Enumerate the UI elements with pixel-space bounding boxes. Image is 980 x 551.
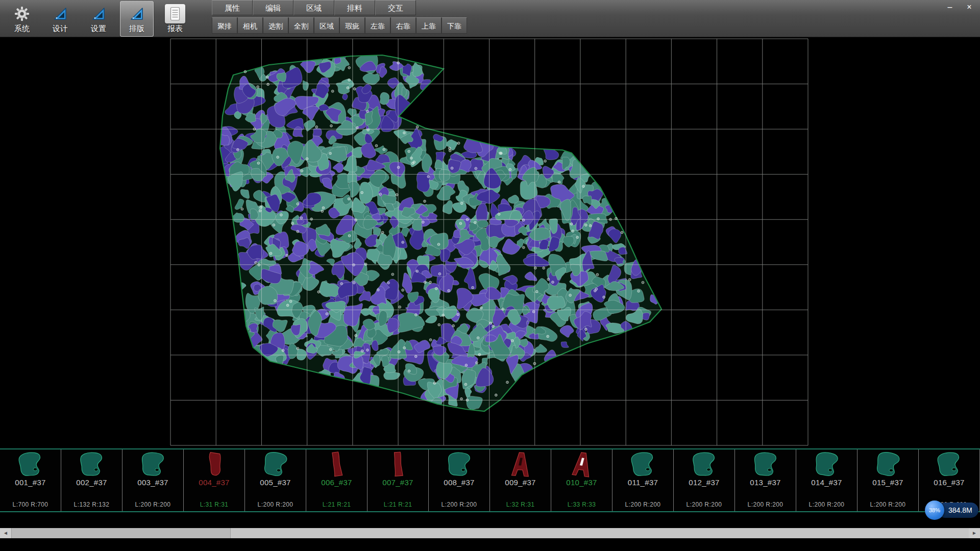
part-thumbnail — [136, 450, 170, 478]
part-stats: L:32 R:31 — [490, 501, 551, 508]
part-stats: L:200 R:200 — [735, 501, 796, 508]
main-button-group: 系统设计设置排版报表 — [0, 0, 197, 37]
main-button-report[interactable]: 报表 — [158, 1, 192, 37]
part-cell-010[interactable]: 010_#37L:33 R:33 — [551, 449, 612, 511]
part-stats: L:200 R:200 — [796, 501, 857, 508]
part-cell-015[interactable]: 015_#37L:200 R:200 — [857, 449, 919, 511]
part-cell-004[interactable]: 004_#37L:31 R:31 — [184, 449, 245, 511]
nesting-canvas[interactable] — [0, 37, 980, 448]
part-cell-008[interactable]: 008_#37L:200 R:200 — [429, 449, 490, 511]
minimize-button[interactable]: – — [944, 2, 955, 12]
part-cell-009[interactable]: 009_#37L:32 R:31 — [490, 449, 551, 511]
part-thumbnail — [14, 450, 47, 478]
part-name: 004_#37 — [184, 478, 244, 487]
part-cell-013[interactable]: 013_#37L:200 R:200 — [735, 449, 796, 511]
part-name: 003_#37 — [122, 478, 183, 487]
part-thumbnail — [504, 450, 537, 478]
system-icon — [12, 4, 32, 23]
close-button[interactable]: × — [964, 2, 975, 12]
part-thumbnail — [871, 450, 905, 478]
part-stats: L:200 R:200 — [674, 501, 734, 508]
progress-circle: 38% — [925, 500, 944, 520]
part-cell-007[interactable]: 007_#37L:21 R:21 — [368, 449, 429, 511]
menu-tab-interaction[interactable]: 交互 — [375, 0, 416, 15]
window-controls: – × — [944, 2, 975, 12]
part-name: 002_#37 — [61, 478, 122, 487]
part-cell-003[interactable]: 003_#37L:200 R:200 — [122, 449, 184, 511]
parts-strip: 001_#37L:700 R:700002_#37L:132 R:132003_… — [0, 448, 980, 512]
part-name: 006_#37 — [306, 478, 367, 487]
part-cell-001[interactable]: 001_#37L:700 R:700 — [0, 449, 61, 511]
part-stats: L:200 R:200 — [122, 501, 183, 508]
main-button-design[interactable]: 设计 — [43, 1, 77, 37]
tool-button-align-bottom[interactable]: 下靠 — [442, 17, 467, 34]
scroll-track[interactable] — [11, 528, 969, 538]
scroll-thumb[interactable] — [11, 528, 231, 538]
part-thumbnail — [381, 450, 415, 478]
part-name: 015_#37 — [857, 478, 918, 487]
scroll-left-button[interactable]: ◄ — [0, 528, 11, 538]
part-name: 009_#37 — [490, 478, 551, 487]
part-cell-002[interactable]: 002_#37L:132 R:132 — [61, 449, 122, 511]
progress-percent: 38% — [929, 507, 940, 513]
part-name: 008_#37 — [429, 478, 489, 487]
menu-tab-nesting[interactable]: 排料 — [334, 0, 375, 15]
design-icon — [50, 4, 70, 23]
tool-button-region[interactable]: 区域 — [314, 17, 339, 34]
part-name: 005_#37 — [245, 478, 306, 487]
part-stats: L:200 R:200 — [612, 501, 673, 508]
part-cell-014[interactable]: 014_#37L:200 R:200 — [796, 449, 857, 511]
part-thumbnail — [749, 450, 782, 478]
part-thumbnail — [626, 450, 660, 478]
part-name: 012_#37 — [674, 478, 734, 487]
scroll-right-button[interactable]: ► — [969, 528, 980, 538]
tool-button-cut-selected[interactable]: 选割 — [263, 17, 288, 34]
main-button-label: 排版 — [129, 24, 144, 34]
main-button-label: 设置 — [91, 24, 106, 34]
tool-button-defect[interactable]: 瑕疵 — [339, 17, 365, 34]
part-stats: L:700 R:700 — [0, 501, 61, 508]
part-stats: L:33 R:33 — [551, 501, 612, 508]
main-button-label: 设计 — [53, 24, 68, 34]
menu-block: 属性编辑区域排料交互 聚排相机选割全割区域瑕疵左靠右靠上靠下靠 — [212, 0, 467, 34]
part-cell-006[interactable]: 006_#37L:21 R:21 — [306, 449, 368, 511]
part-cell-005[interactable]: 005_#37L:200 R:200 — [245, 449, 306, 511]
main-button-layout[interactable]: 排版 — [120, 1, 154, 37]
part-stats: L:132 R:132 — [61, 501, 122, 508]
tool-button-cut-all[interactable]: 全割 — [288, 17, 314, 34]
menu-tab-attributes[interactable]: 属性 — [212, 0, 253, 15]
horizontal-scrollbar[interactable]: ◄ ► — [0, 528, 980, 538]
part-cell-012[interactable]: 012_#37L:200 R:200 — [674, 449, 735, 511]
part-name: 014_#37 — [796, 478, 857, 487]
part-thumbnail — [75, 450, 109, 478]
tool-button-camera[interactable]: 相机 — [237, 17, 263, 34]
part-thumbnail — [320, 450, 354, 478]
main-button-label: 报表 — [167, 24, 183, 34]
part-thumbnail — [259, 450, 292, 478]
part-stats: L:31 R:31 — [184, 501, 244, 508]
part-thumbnail — [443, 450, 476, 478]
tool-button-row: 聚排相机选割全割区域瑕疵左靠右靠上靠下靠 — [212, 17, 467, 34]
tool-button-cluster-nest[interactable]: 聚排 — [212, 17, 237, 34]
report-icon — [165, 4, 185, 23]
layout-icon — [127, 4, 147, 23]
tool-button-align-top[interactable]: 上靠 — [416, 17, 442, 34]
part-name: 001_#37 — [0, 478, 61, 487]
part-thumbnail — [198, 450, 231, 478]
part-cell-011[interactable]: 011_#37L:200 R:200 — [612, 449, 674, 511]
tool-button-align-right[interactable]: 右靠 — [390, 17, 416, 34]
main-button-system[interactable]: 系统 — [5, 1, 39, 37]
progress-badge: 38% 384.8M — [925, 500, 978, 520]
part-name: 007_#37 — [368, 478, 428, 487]
top-toolbar: 系统设计设置排版报表 属性编辑区域排料交互 聚排相机选割全割区域瑕疵左靠右靠上靠… — [0, 0, 980, 37]
menu-tab-region[interactable]: 区域 — [293, 0, 334, 15]
part-name: 010_#37 — [551, 478, 612, 487]
main-button-settings[interactable]: 设置 — [82, 1, 115, 37]
tool-button-align-left[interactable]: 左靠 — [365, 17, 390, 34]
menu-tab-edit[interactable]: 编辑 — [253, 0, 293, 15]
part-name: 016_#37 — [919, 478, 979, 487]
main-button-label: 系统 — [14, 24, 30, 34]
memory-value: 384.8M — [948, 506, 972, 514]
menu-tab-row: 属性编辑区域排料交互 — [212, 0, 467, 15]
part-stats: L:200 R:200 — [857, 501, 918, 508]
